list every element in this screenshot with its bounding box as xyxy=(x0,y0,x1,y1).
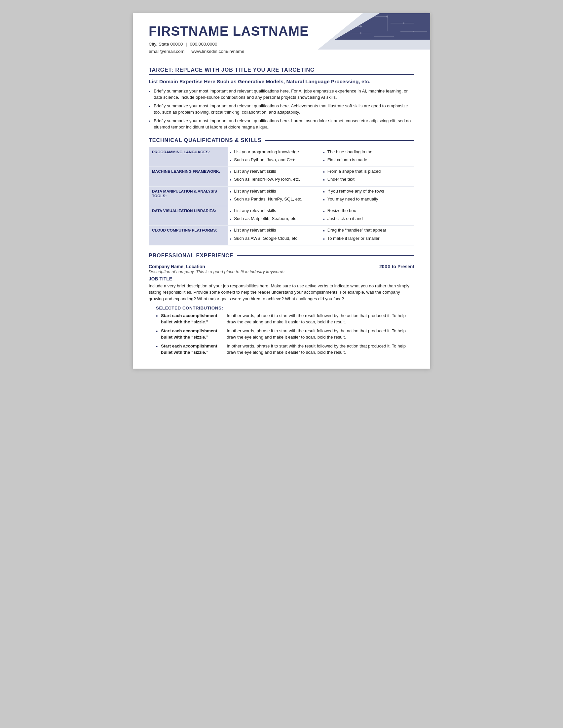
svg-point-7 xyxy=(386,16,388,18)
skills-row-4: CLOUD COMPUTING PLATFORMS:List any relev… xyxy=(149,226,414,245)
company-description: Description of company. This is a good p… xyxy=(149,269,414,274)
skills-notes-3: Resize the boxJust click on it and xyxy=(321,206,415,225)
contrib-item-0: Start each accomplishment bullet with th… xyxy=(156,312,414,325)
skills-details-3: List any relevant skillsSuch as Matplotl… xyxy=(228,206,321,225)
skills-row-1: MACHINE LEARNING FRAMEWORK:List any rele… xyxy=(149,167,414,186)
skills-note-item: First column is made xyxy=(323,157,413,164)
company-name: Company Name, Location xyxy=(149,264,205,269)
summary-bullet-2: Briefly summarize your most important an… xyxy=(149,103,414,115)
skills-notes-4: Drag the “handles” that appearTo make it… xyxy=(321,226,415,245)
skills-notes-2: If you remove any of the rowsYou may nee… xyxy=(321,186,415,206)
skills-notes-1: From a shape that is placedUnder the tex… xyxy=(321,167,415,186)
contrib-rest: In other words, phrase it to start with … xyxy=(227,312,414,325)
skills-category-3: DATA VISUALIZATION LIBRARIES: xyxy=(149,206,228,225)
skills-note-item: You may need to manually xyxy=(323,196,413,203)
skills-detail-item: Such as Pandas, NumPy, SQL, etc. xyxy=(230,196,319,203)
skills-category-0: PROGRAMMING LANGUAGES: xyxy=(149,147,228,167)
summary-bullet-1: Briefly summarize your most important an… xyxy=(149,88,414,100)
email: email@email.com xyxy=(149,49,184,54)
company-row-0: Company Name, Location20XX to Present xyxy=(149,264,414,269)
skills-heading: TECHNICAL QUALIFICATIONS & SKILLS xyxy=(149,137,414,145)
domain-expertise: List Domain Expertise Here Such as Gener… xyxy=(149,79,414,85)
experience-heading: PROFESSIONAL EXPERIENCE xyxy=(149,253,414,260)
skills-detail-item: List any relevant skills xyxy=(230,208,319,214)
contrib-list: Start each accomplishment bullet with th… xyxy=(156,312,414,355)
contrib-item-2: Start each accomplishment bullet with th… xyxy=(156,343,414,355)
skills-detail-item: Such as Matplotlib, Seaborn, etc, xyxy=(230,216,319,222)
skills-note-item: To make it larger or smaller xyxy=(323,236,413,242)
skills-detail-item: Such as Python, Java, and C++ xyxy=(230,157,319,164)
target-section: TARGET: REPLACE WITH JOB TITLE YOU ARE T… xyxy=(149,67,414,130)
skills-category-4: CLOUD COMPUTING PLATFORMS: xyxy=(149,226,228,245)
summary-bullets: Briefly summarize your most important an… xyxy=(149,88,414,130)
skills-detail-item: List any relevant skills xyxy=(230,188,319,195)
job-0: Company Name, Location20XX to PresentDes… xyxy=(149,264,414,355)
skills-detail-item: List your programming knowledge xyxy=(230,149,319,156)
skills-details-4: List any relevant skillsSuch as AWS, Goo… xyxy=(228,226,321,245)
job-dates: 20XX to Present xyxy=(379,264,414,269)
skills-note-item: Drag the “handles” that appear xyxy=(323,227,413,234)
header-section: FIRSTNAME LASTNAME City, State 00000 | 0… xyxy=(133,13,430,61)
skills-note-item: The blue shading in the xyxy=(323,149,413,156)
contrib-bold: Start each accomplishment bullet with th… xyxy=(161,312,227,325)
skills-section: TECHNICAL QUALIFICATIONS & SKILLS PROGRA… xyxy=(149,137,414,245)
summary-bullet-3: Briefly summarize your most important an… xyxy=(149,118,414,130)
contrib-bold: Start each accomplishment bullet with th… xyxy=(161,328,227,340)
skills-note-item: From a shape that is placed xyxy=(323,168,413,175)
contrib-label: SELECTED CONTRIBUTIONS: xyxy=(156,306,414,310)
location: City, State 00000 xyxy=(149,42,183,47)
contrib-bold: Start each accomplishment bullet with th… xyxy=(161,343,227,355)
skills-details-2: List any relevant skillsSuch as Pandas, … xyxy=(228,186,321,206)
skills-details-0: List your programming knowledgeSuch as P… xyxy=(228,147,321,167)
skills-detail-item: List any relevant skills xyxy=(230,227,319,234)
skills-note-item: Just click on it and xyxy=(323,216,413,222)
job-title: JOB TITLE xyxy=(149,276,414,281)
skills-row-0: PROGRAMMING LANGUAGES:List your programm… xyxy=(149,147,414,167)
contrib-item-1: Start each accomplishment bullet with th… xyxy=(156,328,414,340)
skills-note-item: If you remove any of the rows xyxy=(323,188,413,195)
skills-detail-item: List any relevant skills xyxy=(230,168,319,175)
svg-point-3 xyxy=(343,17,345,19)
skills-note-item: Resize the box xyxy=(323,208,413,214)
linkedin: www.linkedin.com/in/name xyxy=(191,49,244,54)
skills-note-item: Under the text xyxy=(323,176,413,183)
main-content: TARGET: REPLACE WITH JOB TITLE YOU ARE T… xyxy=(133,67,430,369)
skills-category-1: MACHINE LEARNING FRAMEWORK: xyxy=(149,167,228,186)
skills-row-3: DATA VISUALIZATION LIBRARIES:List any re… xyxy=(149,206,414,225)
contact-info: City, State 00000 | 000.000.0000 email@e… xyxy=(149,41,414,55)
contrib-rest: In other words, phrase it to start with … xyxy=(227,328,414,340)
job-body: Include a very brief description of your… xyxy=(149,283,414,302)
experience-section: PROFESSIONAL EXPERIENCE Company Name, Lo… xyxy=(149,253,414,355)
skills-notes-0: The blue shading in theFirst column is m… xyxy=(321,147,415,167)
full-name: FIRSTNAME LASTNAME xyxy=(149,24,414,39)
contrib-rest: In other words, phrase it to start with … xyxy=(227,343,414,355)
skills-table: PROGRAMMING LANGUAGES:List your programm… xyxy=(149,147,414,245)
resume-page: FIRSTNAME LASTNAME City, State 00000 | 0… xyxy=(133,13,430,369)
skills-category-2: DATA MANIPULATION & ANALYSIS TOOLS: xyxy=(149,186,228,206)
skills-row-2: DATA MANIPULATION & ANALYSIS TOOLS:List … xyxy=(149,186,414,206)
target-heading: TARGET: REPLACE WITH JOB TITLE YOU ARE T… xyxy=(149,67,414,75)
skills-details-1: List any relevant skillsSuch as TensorFl… xyxy=(228,167,321,186)
skills-detail-item: Such as AWS, Google Cloud, etc. xyxy=(230,236,319,242)
skills-detail-item: Such as TensorFlow, PyTorch, etc. xyxy=(230,176,319,183)
phone: 000.000.0000 xyxy=(190,42,217,47)
